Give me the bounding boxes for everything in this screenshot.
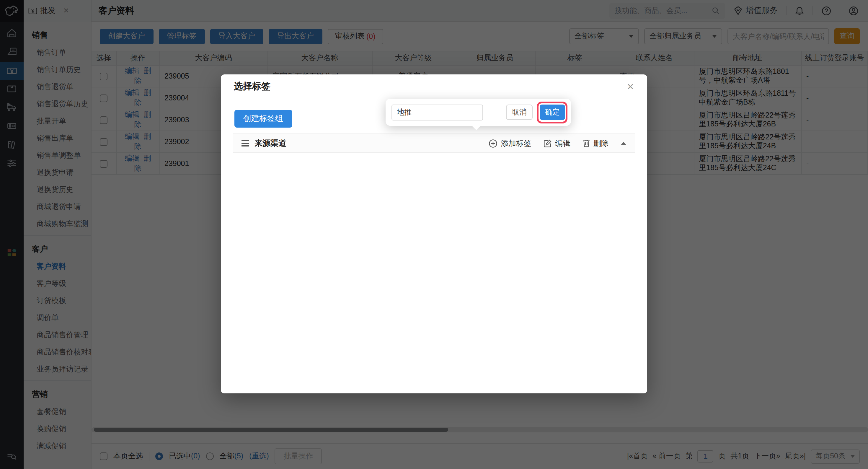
cancel-button[interactable]: 取消: [506, 105, 533, 120]
create-tag-group-button[interactable]: 创建标签组: [235, 110, 292, 127]
modal-header: 选择标签 ✕: [221, 75, 647, 99]
delete-tag-group-button[interactable]: 删除: [582, 138, 609, 149]
edit-tag-group-button[interactable]: 编辑: [543, 138, 570, 149]
tag-name-popover: 取消 确定: [385, 99, 571, 126]
confirm-button[interactable]: 确定: [540, 105, 565, 120]
tag-name-input[interactable]: [392, 104, 483, 120]
collapse-arrow-icon[interactable]: [621, 142, 626, 145]
trash-icon: [582, 139, 590, 148]
tag-group-row[interactable]: 来源渠道 添加标签 编辑 删除: [232, 134, 636, 153]
plus-circle-icon: [488, 139, 498, 148]
tag-group-name: 来源渠道: [254, 138, 286, 149]
drag-handle-icon[interactable]: [242, 140, 249, 146]
close-icon[interactable]: ✕: [627, 81, 634, 92]
add-tag-button[interactable]: 添加标签: [488, 138, 531, 149]
edit-pencil-icon: [543, 139, 552, 148]
app-window: 销售销售订单销售订单历史销售退货单销售退货单历史批量开单销售出库单销售单调整单退…: [0, 0, 868, 469]
modal-title: 选择标签: [234, 80, 271, 93]
